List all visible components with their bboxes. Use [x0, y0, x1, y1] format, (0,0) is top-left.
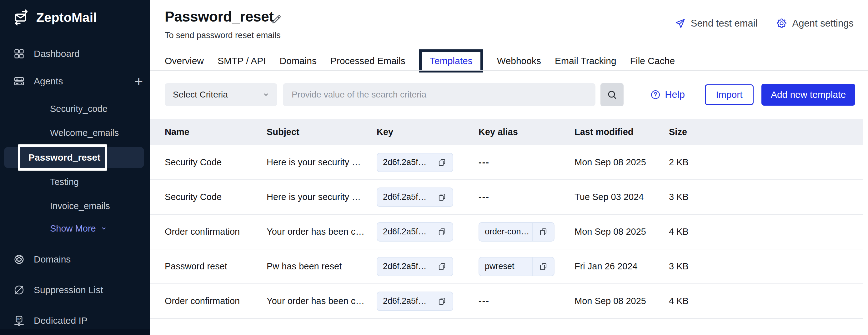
cell-subject: Here is your security …	[267, 192, 377, 202]
cell-key-alias: pwreset	[478, 257, 575, 276]
tab-processed-emails[interactable]: Processed Emails	[330, 56, 405, 66]
cell-key: 2d6f.2a5f…	[377, 153, 478, 172]
cell-size: 4 KB	[669, 226, 863, 237]
template-key-chip: 2d6f.2a5f…	[377, 153, 453, 172]
table-row[interactable]: Security CodeHere is your security … 2d6…	[150, 180, 863, 215]
help-label: Help	[665, 89, 685, 100]
tab-email-tracking[interactable]: Email Tracking	[555, 56, 616, 66]
column-header-size: Size	[669, 127, 863, 137]
template-key-chip: 2d6f.2a5f…	[377, 222, 453, 242]
tab-smtp-api[interactable]: SMTP / API	[218, 56, 266, 66]
copy-icon-button[interactable]	[533, 223, 554, 241]
cell-subject: Pw has been reset	[267, 261, 377, 272]
cell-name: Order confirmation	[150, 226, 267, 237]
edit-title-button[interactable]	[271, 13, 283, 26]
key-alias-chip: order-con…	[478, 222, 555, 242]
tab-overview[interactable]: Overview	[165, 56, 204, 66]
copy-icon-button[interactable]	[431, 153, 453, 172]
criteria-selected-value: Select Criteria	[173, 90, 228, 100]
cell-subject: Here is your security …	[267, 157, 377, 168]
help-link[interactable]: Help	[650, 89, 685, 100]
sidebar-item-dashboard[interactable]: Dashboard	[13, 44, 80, 63]
main-panel: Password_reset To send password reset em…	[150, 0, 868, 335]
sidebar-bottom-strip	[0, 329, 150, 335]
search-criteria-select[interactable]: Select Criteria	[165, 83, 277, 106]
cell-key: 2d6f.2a5f…	[377, 292, 478, 311]
toolbar: Select Criteria Help Import Add new temp…	[165, 83, 855, 106]
sidebar-agent-welcome-emails[interactable]: Welcome_emails	[50, 124, 119, 142]
template-key-chip: 2d6f.2a5f…	[377, 292, 453, 311]
sidebar-item-agents[interactable]: Agents	[13, 72, 63, 91]
page-title: Password_reset	[165, 8, 274, 25]
copy-icon-button[interactable]	[431, 188, 453, 206]
column-header-subject: Subject	[267, 127, 377, 137]
key-value: 2d6f.2a5f…	[377, 157, 431, 167]
tab-webhooks[interactable]: Webhooks	[497, 56, 541, 66]
sidebar-item-suppression-list[interactable]: Suppression List	[13, 281, 103, 299]
copy-icon	[437, 297, 447, 306]
empty-alias-value: ---	[478, 157, 490, 167]
cell-size: 2 KB	[669, 157, 863, 168]
tab-templates[interactable]: Templates	[430, 56, 473, 66]
selection-annotation: Password_reset	[18, 144, 107, 171]
copy-icon	[437, 262, 447, 271]
add-agent-button[interactable]: +	[130, 72, 148, 90]
cell-name: Password reset	[150, 261, 267, 272]
zeptomail-logo-icon	[12, 9, 30, 26]
table-row[interactable]: Order confirmationYour order has been c……	[150, 284, 863, 319]
column-header-name: Name	[150, 127, 267, 137]
cell-key-alias: ---	[478, 157, 575, 168]
cell-last-modified: Tue Sep 03 2024	[575, 192, 669, 202]
sidebar-item-dedicated-ip[interactable]: IP Dedicated IP	[13, 311, 88, 330]
app-logo[interactable]: ZeptoMail	[12, 9, 97, 26]
empty-alias-value: ---	[478, 296, 490, 306]
copy-icon-button[interactable]	[533, 257, 554, 276]
send-test-email-button[interactable]: Send test email	[674, 18, 758, 29]
table-body: Security CodeHere is your security … 2d6…	[150, 145, 863, 319]
cell-last-modified: Mon Sep 08 2025	[575, 226, 669, 237]
tab-file-cache[interactable]: File Cache	[630, 56, 675, 66]
sidebar-item-label: Suppression List	[34, 285, 103, 295]
key-value: order-con…	[479, 227, 532, 237]
sidebar-agent-testing[interactable]: Testing	[50, 173, 79, 191]
sidebar-agent-invoice-emails[interactable]: Invoice_emails	[50, 197, 110, 215]
sidebar-item-label: Dashboard	[34, 49, 80, 59]
empty-alias-value: ---	[478, 192, 490, 202]
key-value: 2d6f.2a5f…	[377, 227, 431, 237]
cell-key-alias: ---	[478, 192, 575, 202]
cell-subject: Your order has been c…	[267, 226, 377, 237]
cell-size: 3 KB	[669, 261, 863, 272]
copy-icon	[437, 158, 447, 167]
cell-key-alias: ---	[478, 296, 575, 306]
key-value: 2d6f.2a5f…	[377, 262, 431, 271]
column-header-key-alias: Key alias	[478, 127, 575, 137]
show-more-label: Show More	[50, 223, 96, 234]
show-more-toggle[interactable]: Show More	[50, 220, 108, 237]
table-row[interactable]: Security CodeHere is your security … 2d6…	[150, 145, 863, 180]
tabs-divider	[150, 70, 868, 71]
sidebar-item-domains[interactable]: Domains	[13, 250, 71, 269]
cell-subject: Your order has been c…	[267, 296, 377, 306]
agent-settings-button[interactable]: Agent settings	[776, 18, 854, 29]
sidebar-agent-security-code[interactable]: Security_code	[50, 100, 107, 118]
cell-key: 2d6f.2a5f…	[377, 222, 478, 242]
chevron-down-icon	[262, 91, 270, 98]
cell-last-modified: Mon Sep 08 2025	[575, 157, 669, 168]
table-row[interactable]: Order confirmationYour order has been c……	[150, 215, 863, 249]
tab-domains[interactable]: Domains	[280, 56, 317, 66]
active-tab-annotation: Templates	[419, 50, 483, 72]
cell-name: Security Code	[150, 157, 267, 168]
sidebar-item-label: Dedicated IP	[34, 315, 88, 326]
copy-icon-button[interactable]	[431, 223, 453, 241]
search-input[interactable]	[283, 83, 595, 106]
template-key-chip: 2d6f.2a5f…	[377, 187, 453, 207]
table-row[interactable]: Password resetPw has been reset 2d6f.2a5…	[150, 249, 863, 284]
sidebar-agent-password-reset[interactable]: Password_reset	[4, 147, 144, 168]
copy-icon-button[interactable]	[431, 292, 453, 310]
search-button[interactable]	[600, 83, 624, 106]
template-key-chip: 2d6f.2a5f…	[377, 257, 453, 276]
copy-icon-button[interactable]	[431, 257, 453, 276]
gear-icon	[776, 18, 787, 29]
add-new-template-button[interactable]: Add new template	[762, 84, 855, 105]
import-button[interactable]: Import	[705, 84, 753, 105]
